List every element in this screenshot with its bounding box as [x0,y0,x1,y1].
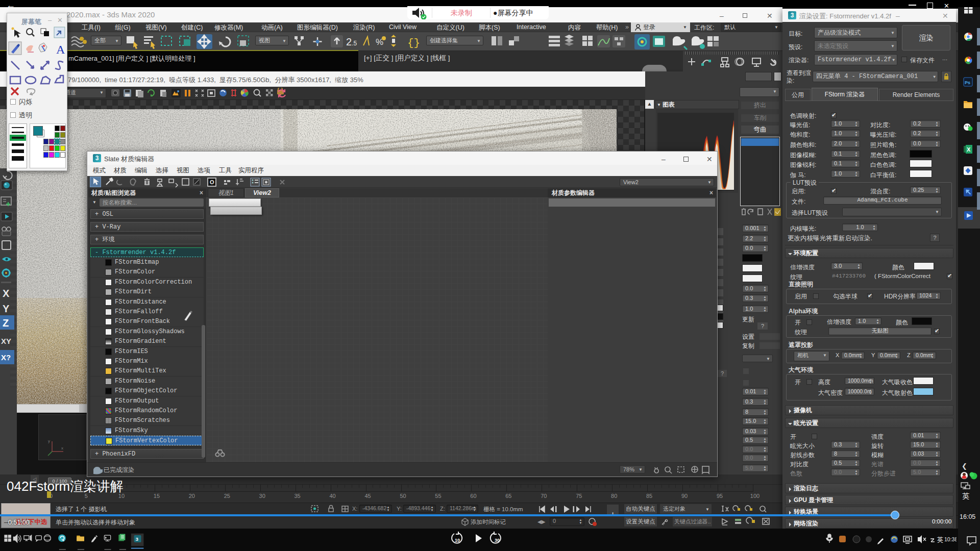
svg-text:Z: Z [3,317,9,329]
svg-text:O: O [210,179,214,185]
svg-text:2.5: 2.5 [346,36,357,47]
svg-text:10:38: 10:38 [944,536,957,542]
svg-text:{}: {} [407,37,420,49]
svg-text:X: X [967,146,971,153]
svg-text:XY: XY [1,337,11,345]
svg-text:10: 10 [455,538,460,543]
svg-text:Y: Y [3,303,10,314]
svg-text:y: y [48,439,50,443]
svg-text:X?: X? [1,353,11,362]
svg-text:3: 3 [135,536,138,542]
svg-text:A: A [56,43,65,56]
svg-text:X: X [3,288,10,299]
svg-text:英: 英 [937,536,944,543]
svg-text:x: x [61,446,63,450]
svg-text:Ps: Ps [965,80,970,85]
svg-text:30: 30 [495,538,500,543]
